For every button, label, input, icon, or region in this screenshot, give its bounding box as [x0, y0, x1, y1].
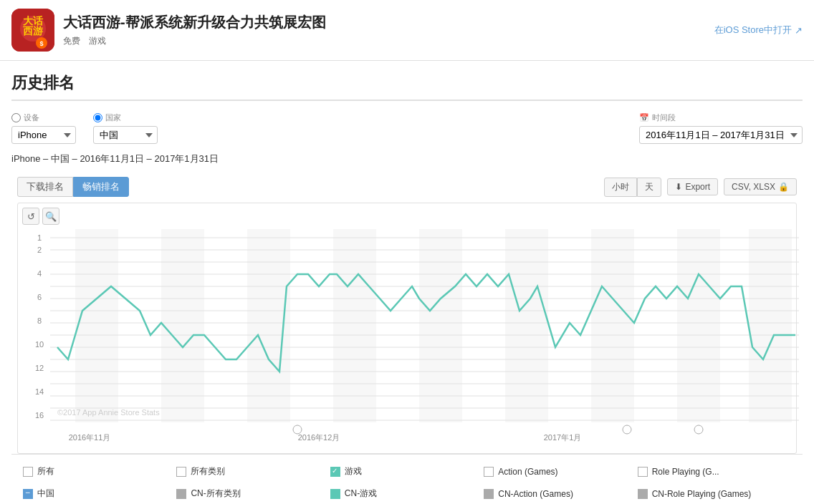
legend-item-all[interactable]: 所有 — [23, 463, 176, 480]
time-buttons: 小时 天 — [604, 178, 661, 197]
svg-text:10: 10 — [35, 340, 44, 349]
svg-text:16: 16 — [35, 411, 44, 420]
chart-graph: 1 2 4 6 8 10 12 14 16 — [18, 229, 806, 451]
svg-text:2: 2 — [37, 246, 42, 254]
legend-row-2: 中国 CN-所有类别 CN-游戏 CN-Action (Games) CN-Ro… — [23, 485, 791, 502]
legend-item-games[interactable]: 游戏 — [330, 463, 484, 480]
legend-item-cn-role-playing[interactable]: CN-Role Playing (Games) — [638, 485, 791, 502]
filter-row: 设备 iPhone 国家 中国 📅 时间段 2016年11月1日 – 2017年… — [11, 112, 803, 144]
legend-label-games: 游戏 — [345, 465, 362, 478]
device-radio[interactable] — [11, 113, 21, 122]
legend-item-china[interactable]: 中国 — [23, 485, 176, 502]
btn-hour[interactable]: 小时 — [604, 178, 637, 197]
legend-checkbox-all-category — [176, 467, 186, 477]
legend-checkbox-role-playing — [638, 467, 648, 477]
chart-svg: 1 2 4 6 8 10 12 14 16 — [18, 229, 796, 453]
section-title: 历史排名 — [11, 72, 803, 101]
info-bar: iPhone – 中国 – 2016年11月1日 – 2017年1月31日 — [11, 152, 803, 165]
svg-rect-7 — [161, 229, 204, 422]
svg-text:6: 6 — [37, 293, 42, 301]
export-button[interactable]: ⬇ Export — [667, 178, 718, 195]
legend-item-cn-action[interactable]: CN-Action (Games) — [484, 485, 637, 502]
chart-toolbar: 下载排名 畅销排名 小时 天 ⬇ Export CSV, XLSX 🔒 — [11, 177, 803, 197]
svg-text:$: $ — [39, 40, 43, 47]
tab-download[interactable]: 下载排名 — [17, 177, 73, 197]
svg-rect-11 — [505, 229, 548, 422]
svg-text:4: 4 — [37, 269, 42, 278]
svg-text:14: 14 — [35, 387, 44, 396]
svg-point-41 — [623, 425, 631, 434]
svg-text:8: 8 — [37, 316, 42, 325]
svg-rect-9 — [333, 229, 376, 422]
app-icon: 大话 西游 $ — [11, 9, 54, 52]
legend-checkbox-all — [23, 467, 33, 477]
svg-rect-13 — [677, 229, 720, 422]
chart-right-controls: 小时 天 ⬇ Export CSV, XLSX 🔒 — [604, 178, 797, 197]
app-info: 大话 西游 $ 大话西游-帮派系统新升级合力共筑展宏图 免费 游戏 — [11, 9, 326, 52]
app-meta-category: 游戏 — [89, 35, 106, 47]
legend-checkbox-games — [330, 467, 340, 477]
app-header: 大话 西游 $ 大话西游-帮派系统新升级合力共筑展宏图 免费 游戏 在iOS S… — [0, 0, 814, 61]
legend-item-all-category[interactable]: 所有类别 — [176, 463, 330, 480]
legend-item-cn-games[interactable]: CN-游戏 — [330, 485, 484, 502]
legend-label-cn-role-playing: CN-Role Playing (Games) — [652, 489, 752, 499]
legend-color-cn-games — [330, 489, 340, 499]
legend-label-cn-action: CN-Action (Games) — [498, 489, 573, 499]
chart-container: ↺ 🔍 1 2 4 6 8 10 12 — [17, 203, 797, 454]
app-title: 大话西游-帮派系统新升级合力共筑展宏图 — [63, 13, 326, 32]
svg-text:2017年1月: 2017年1月 — [544, 433, 582, 442]
device-filter-group: 设备 iPhone — [11, 112, 76, 144]
chart-tabs: 下载排名 畅销排名 — [17, 177, 129, 197]
legend-color-cn-all-category — [176, 489, 186, 499]
legend-label-action: Action (Games) — [498, 467, 557, 477]
lock-icon: 🔒 — [778, 182, 789, 192]
app-title-block: 大话西游-帮派系统新升级合力共筑展宏图 免费 游戏 — [63, 13, 326, 47]
legend-row-1: 所有 所有类别 游戏 Action (Games) Role Playing (… — [23, 463, 791, 480]
legend-label-cn-all-category: CN-所有类别 — [191, 488, 240, 500]
legend-container: 所有 所有类别 游戏 Action (Games) Role Playing (… — [11, 454, 803, 504]
svg-text:西游: 西游 — [23, 25, 44, 37]
svg-rect-12 — [591, 229, 634, 422]
main-section: 历史排名 设备 iPhone 国家 中国 📅 时间段 — [0, 61, 814, 504]
external-link-icon: ↗ — [795, 25, 803, 36]
legend-label-china: 中国 — [37, 488, 54, 500]
legend-checkbox-action — [484, 467, 494, 477]
legend-label-role-playing: Role Playing (G... — [652, 467, 719, 477]
svg-rect-14 — [749, 229, 792, 422]
country-filter-label: 国家 — [93, 112, 158, 123]
btn-day[interactable]: 天 — [637, 178, 661, 197]
time-filter-label: 📅 时间段 — [639, 112, 803, 123]
country-select[interactable]: 中国 — [93, 126, 158, 144]
legend-label-cn-games: CN-游戏 — [345, 488, 377, 500]
download-icon: ⬇ — [675, 182, 682, 192]
legend-color-cn-action — [484, 489, 494, 499]
country-filter-group: 国家 中国 — [93, 112, 158, 144]
zoom-in-button[interactable]: 🔍 — [42, 208, 59, 225]
time-filter-group: 📅 时间段 2016年11月1日 – 2017年1月31日 — [639, 112, 803, 144]
legend-item-role-playing[interactable]: Role Playing (G... — [638, 463, 791, 480]
country-radio[interactable] — [93, 113, 102, 122]
app-meta: 免费 游戏 — [63, 35, 326, 47]
legend-label-all: 所有 — [37, 465, 54, 478]
svg-text:©2017 App Annie Store Stats: ©2017 App Annie Store Stats — [57, 408, 160, 417]
svg-text:12: 12 — [35, 364, 44, 372]
csv-button[interactable]: CSV, XLSX 🔒 — [724, 178, 797, 195]
device-filter-label: 设备 — [11, 112, 76, 123]
legend-checkbox-china — [23, 489, 33, 499]
svg-point-42 — [694, 425, 703, 434]
svg-rect-10 — [419, 229, 462, 422]
legend-color-cn-role-playing — [638, 489, 648, 499]
tab-bestseller[interactable]: 畅销排名 — [73, 177, 129, 197]
legend-label-all-category: 所有类别 — [191, 465, 225, 478]
legend-item-cn-all-category[interactable]: CN-所有类别 — [176, 485, 330, 502]
svg-rect-6 — [75, 229, 118, 422]
zoom-reset-button[interactable]: ↺ — [22, 208, 39, 225]
device-select[interactable]: iPhone — [11, 126, 76, 144]
app-meta-free: 免费 — [63, 35, 80, 47]
ios-store-link[interactable]: 在iOS Store中打开 ↗ — [714, 24, 803, 37]
svg-text:1: 1 — [37, 233, 42, 242]
legend-item-action[interactable]: Action (Games) — [484, 463, 637, 480]
svg-text:2016年12月: 2016年12月 — [298, 433, 340, 442]
time-select[interactable]: 2016年11月1日 – 2017年1月31日 — [639, 126, 803, 144]
zoom-controls: ↺ 🔍 — [18, 203, 796, 229]
